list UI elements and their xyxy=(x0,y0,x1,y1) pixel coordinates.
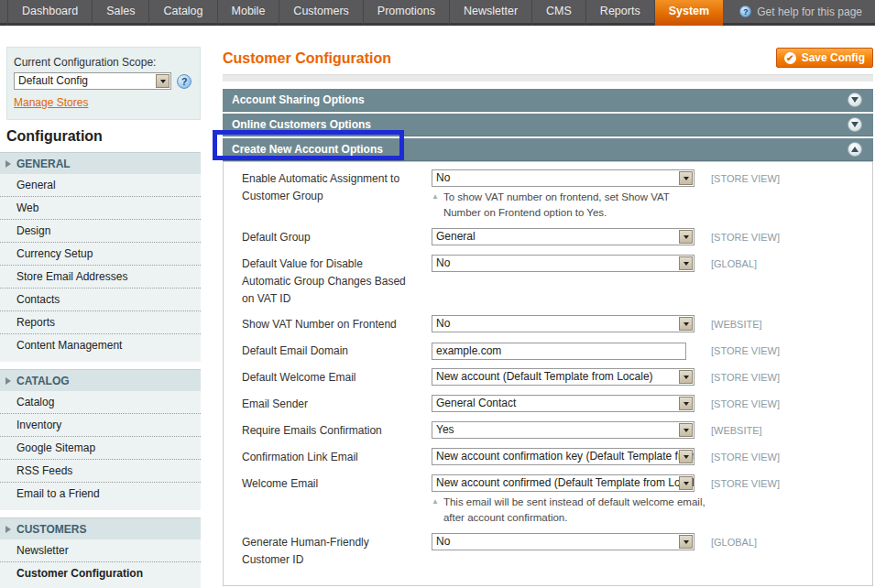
sidebar-item-catalog[interactable]: Catalog xyxy=(0,391,201,414)
sidebar-item-newsletter[interactable]: Newsletter xyxy=(0,539,201,562)
nav-tab-dashboard[interactable]: Dashboard xyxy=(7,0,93,26)
field-select-default-welcome-email[interactable]: New account (Default Template from Local… xyxy=(432,368,695,386)
sidebar-item-google-sitemap[interactable]: Google Sitemap xyxy=(0,437,201,460)
sidebar-item-store-email-addresses[interactable]: Store Email Addresses xyxy=(0,266,201,289)
top-nav: DashboardSalesCatalogMobileCustomersProm… xyxy=(0,0,875,26)
get-help-link[interactable]: ? Get help for this page xyxy=(739,0,875,23)
collapse-icon[interactable] xyxy=(848,142,862,157)
select-arrow-icon[interactable] xyxy=(679,423,693,437)
title-divider xyxy=(223,74,873,82)
create-account-options-form: Enable Automatic Assignment to Customer … xyxy=(223,161,873,586)
config-accordion: Account Sharing OptionsOnline Customers … xyxy=(223,89,873,161)
field-select-enable-automatic-assignment-to-customer-group[interactable]: No xyxy=(432,169,695,187)
sidebar-item-contacts[interactable]: Contacts xyxy=(0,289,201,311)
sidebar-item-rss-feeds[interactable]: RSS Feeds xyxy=(0,460,201,483)
save-check-icon: ✔ xyxy=(784,52,796,64)
accordion-title: Account Sharing Options xyxy=(223,93,365,106)
form-row-show-vat-number-on-frontend: Show VAT Number on FrontendNo[WEBSITE] xyxy=(242,315,872,334)
note-triangle-icon: ▲ xyxy=(432,495,439,526)
select-arrow-icon[interactable] xyxy=(679,171,693,185)
field-select-welcome-email[interactable]: New account confirmed (Default Template … xyxy=(432,474,695,492)
sidebar-item-general[interactable]: General xyxy=(0,174,201,197)
nav-tab-catalog[interactable]: Catalog xyxy=(149,0,217,26)
sidebar-section-header-catalog[interactable]: CATALOG xyxy=(0,369,201,391)
accordion-header-online-customers-options[interactable]: Online Customers Options xyxy=(223,114,873,136)
sidebar-item-inventory[interactable]: Inventory xyxy=(0,414,201,437)
select-arrow-icon[interactable] xyxy=(679,535,693,549)
nav-tab-mobile[interactable]: Mobile xyxy=(218,0,280,26)
field-select-default-group[interactable]: General xyxy=(432,228,695,245)
select-arrow-icon[interactable] xyxy=(679,256,693,270)
select-arrow-icon[interactable] xyxy=(679,317,693,331)
nav-tab-reports[interactable]: Reports xyxy=(586,0,655,26)
field-label: Default Group xyxy=(242,228,407,247)
field-label: Confirmation Link Email xyxy=(242,448,407,467)
sidebar-item-customer-configuration[interactable]: Customer Configuration xyxy=(0,562,201,585)
save-config-button[interactable]: ✔ Save Config xyxy=(776,48,873,68)
sidebar-item-content-management[interactable]: Content Management xyxy=(0,334,201,357)
scope-select-arrow[interactable] xyxy=(156,74,170,88)
sidebar-item-currency-setup[interactable]: Currency Setup xyxy=(0,243,201,266)
nav-tab-newsletter[interactable]: Newsletter xyxy=(450,0,532,26)
scope-badge: [GLOBAL] xyxy=(711,533,757,569)
field-select-generate-human-friendly-customer-id[interactable]: No xyxy=(432,533,695,550)
field-select-confirmation-link-email[interactable]: New account confirmation key (Default Te… xyxy=(432,448,695,465)
manage-stores-link[interactable]: Manage Stores xyxy=(14,96,88,109)
nav-tab-promotions[interactable]: Promotions xyxy=(364,0,450,26)
scope-select[interactable]: Default Config xyxy=(14,72,171,90)
note-text: This email will be sent instead of defau… xyxy=(443,495,705,526)
scope-badge: [GLOBAL] xyxy=(711,255,757,308)
nav-tab-sales[interactable]: Sales xyxy=(93,0,149,26)
field-label: Show VAT Number on Frontend xyxy=(242,315,407,334)
field-label: Default Email Domain xyxy=(242,342,407,361)
field-select-require-emails-confirmation[interactable]: Yes xyxy=(432,421,695,439)
sidebar-heading: Configuration xyxy=(6,128,201,145)
scope-badge: [STORE VIEW] xyxy=(711,228,780,247)
section-arrow-icon xyxy=(5,377,11,385)
expand-icon[interactable] xyxy=(848,93,862,107)
field-input-default-email-domain[interactable] xyxy=(432,343,686,360)
sidebar-section-general: GENERALGeneralWebDesignCurrency SetupSto… xyxy=(0,152,201,362)
nav-tab-cms[interactable]: CMS xyxy=(532,0,586,26)
scope-help-icon[interactable]: ? xyxy=(177,74,191,89)
scope-badge: [STORE VIEW] xyxy=(711,448,780,467)
sidebar-item-design[interactable]: Design xyxy=(0,220,201,243)
field-select-show-vat-number-on-frontend[interactable]: No xyxy=(432,315,695,332)
scope-badge: [STORE VIEW] xyxy=(711,474,780,526)
field-label: Generate Human-Friendly Customer ID xyxy=(242,533,407,569)
sidebar-section-customers: CUSTOMERSNewsletterCustomer Configuratio… xyxy=(0,517,201,588)
form-row-require-emails-confirmation: Require Emails ConfirmationYes[WEBSITE] xyxy=(242,421,872,441)
nav-tab-system[interactable]: System xyxy=(655,0,723,26)
sidebar-item-email-to-a-friend[interactable]: Email to a Friend xyxy=(0,483,201,506)
select-arrow-icon[interactable] xyxy=(679,397,693,410)
form-row-default-welcome-email: Default Welcome EmailNew account (Defaul… xyxy=(242,368,872,387)
select-arrow-icon[interactable] xyxy=(679,370,693,384)
sidebar-item-reports[interactable]: Reports xyxy=(0,311,201,334)
field-label: Enable Automatic Assignment to Customer … xyxy=(242,169,407,221)
note-triangle-icon: ▲ xyxy=(432,190,439,221)
field-label: Default Welcome Email xyxy=(242,368,407,387)
select-arrow-icon[interactable] xyxy=(679,450,693,463)
accordion-header-account-sharing-options[interactable]: Account Sharing Options xyxy=(223,89,873,112)
form-row-confirmation-link-email: Confirmation Link EmailNew account confi… xyxy=(242,448,872,467)
sidebar-section-header-general[interactable]: GENERAL xyxy=(0,152,201,174)
sidebar-item-web[interactable]: Web xyxy=(0,197,201,220)
select-arrow-icon[interactable] xyxy=(679,230,693,244)
scope-badge: [WEBSITE] xyxy=(711,315,762,334)
sidebar-section-header-customers[interactable]: CUSTOMERS xyxy=(0,517,201,539)
sidebar-section-catalog: CATALOGCatalogInventoryGoogle SitemapRSS… xyxy=(0,369,201,510)
form-row-default-value-for-disable-automatic-group-changes-based-on-vat-id: Default Value for Disable Automatic Grou… xyxy=(242,255,872,308)
field-select-default-value-for-disable-automatic-group-changes-based-on-vat-id[interactable]: No xyxy=(432,255,695,272)
form-row-default-email-domain: Default Email Domain[STORE VIEW] xyxy=(242,342,872,361)
accordion-title: Online Customers Options xyxy=(223,118,371,131)
select-arrow-icon[interactable] xyxy=(679,476,693,490)
form-row-default-group: Default GroupGeneral[STORE VIEW] xyxy=(242,228,872,247)
section-arrow-icon xyxy=(5,160,11,168)
expand-icon[interactable] xyxy=(848,117,862,132)
field-select-email-sender[interactable]: General Contact xyxy=(432,395,695,412)
nav-tab-customers[interactable]: Customers xyxy=(279,0,363,26)
accordion-header-create-new-account-options[interactable]: Create New Account Options xyxy=(223,138,873,161)
form-row-enable-automatic-assignment-to-customer-group: Enable Automatic Assignment to Customer … xyxy=(242,169,872,221)
scope-badge: [STORE VIEW] xyxy=(711,169,780,221)
note-text: To show VAT number on frontend, set Show… xyxy=(443,190,670,221)
